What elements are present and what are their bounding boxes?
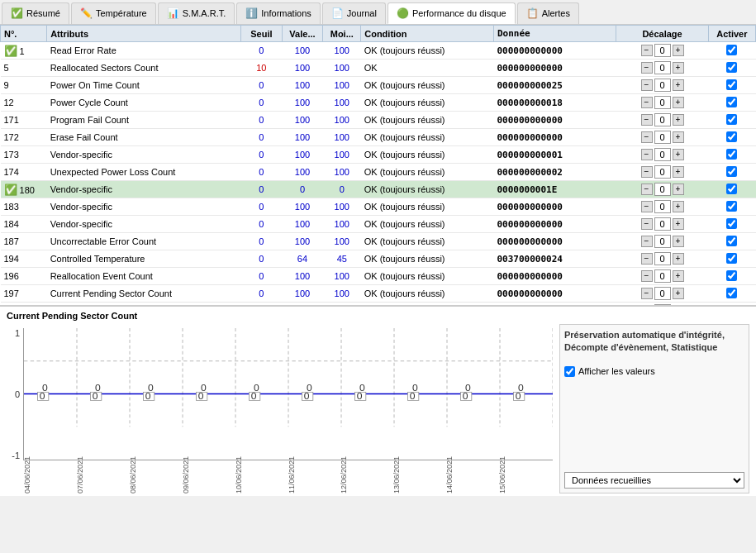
table-row: 172Erase Fail Count0100100OK (toujours r… xyxy=(1,129,756,146)
decalage-minus-btn[interactable]: − xyxy=(641,149,653,160)
y-label-mid: 0 xyxy=(15,389,20,399)
cell-moi: 100 xyxy=(323,42,361,60)
cell-condition: OK (toujours réussi) xyxy=(361,198,494,216)
decalage-control: − 0 + xyxy=(620,79,705,92)
chart-area: Current Pending Sector Count 1 0 -1 xyxy=(0,306,756,496)
tab-smart[interactable]: 📊 S.M.A.R.T. xyxy=(158,2,235,24)
cell-moi: 100 xyxy=(323,112,361,129)
decalage-minus-btn[interactable]: − xyxy=(641,97,653,108)
cell-condition: OK (toujours réussi) xyxy=(361,129,494,146)
decalage-minus-btn[interactable]: − xyxy=(641,305,653,306)
decalage-plus-btn[interactable]: + xyxy=(673,288,684,299)
tab-temperature[interactable]: ✏️ Température xyxy=(71,2,156,24)
activer-checkbox[interactable] xyxy=(726,305,737,307)
tab-resume[interactable]: ✅ Résumé xyxy=(2,2,69,24)
activer-checkbox[interactable] xyxy=(726,236,737,246)
decalage-minus-btn[interactable]: − xyxy=(641,131,653,143)
cell-seuil: 0 xyxy=(241,250,282,268)
smart-icon: 📊 xyxy=(167,7,179,19)
decalage-plus-btn[interactable]: + xyxy=(673,62,684,74)
activer-checkbox[interactable] xyxy=(726,62,737,73)
cell-decalage: − 0 + xyxy=(616,181,708,198)
activer-checkbox[interactable] xyxy=(726,218,737,229)
decalage-plus-btn[interactable]: + xyxy=(673,166,684,178)
cell-decalage: − 0 + xyxy=(616,112,708,129)
table-row: 12Power Cycle Count0100100OK (toujours r… xyxy=(1,94,756,112)
cell-decalage: − 0 + xyxy=(616,42,708,60)
cell-donnee: 000000000000 xyxy=(493,42,616,60)
decalage-minus-btn[interactable]: − xyxy=(641,62,653,74)
decalage-minus-btn[interactable]: − xyxy=(641,79,653,91)
afficher-valeurs-checkbox[interactable] xyxy=(564,366,575,377)
svg-text:0: 0 xyxy=(518,383,524,392)
svg-text:0: 0 xyxy=(359,383,365,392)
activer-checkbox[interactable] xyxy=(726,45,737,55)
decalage-plus-btn[interactable]: + xyxy=(673,79,684,91)
activer-checkbox[interactable] xyxy=(726,166,737,177)
cell-condition: OK (toujours réussi) xyxy=(361,164,494,181)
activer-checkbox[interactable] xyxy=(726,131,737,142)
tab-temperature-label: Température xyxy=(96,8,147,18)
decalage-plus-btn[interactable]: + xyxy=(673,305,684,306)
decalage-minus-btn[interactable]: − xyxy=(641,218,653,230)
decalage-plus-btn[interactable]: + xyxy=(673,201,684,212)
decalage-minus-btn[interactable]: − xyxy=(641,253,653,265)
decalage-plus-btn[interactable]: + xyxy=(673,218,684,230)
decalage-plus-btn[interactable]: + xyxy=(673,270,684,282)
chart-right-dropdown: Données recueillies Données brutes xyxy=(564,472,744,489)
cell-activer xyxy=(708,216,755,233)
activer-checkbox[interactable] xyxy=(726,253,737,264)
tab-alertes[interactable]: 📋 Alertes xyxy=(517,2,579,24)
decalage-plus-btn[interactable]: + xyxy=(673,236,684,247)
svg-text:0: 0 xyxy=(307,383,312,392)
cell-activer xyxy=(708,94,755,112)
tab-journal[interactable]: 📄 Journal xyxy=(322,2,386,24)
decalage-control: − 0 + xyxy=(620,287,705,300)
decalage-plus-btn[interactable]: + xyxy=(673,97,684,108)
decalage-minus-btn[interactable]: − xyxy=(641,288,653,299)
cell-decalage: − 0 + xyxy=(616,250,708,268)
cell-moi: 100 xyxy=(323,216,361,233)
decalage-plus-btn[interactable]: + xyxy=(673,45,684,56)
decalage-plus-btn[interactable]: + xyxy=(673,114,684,126)
decalage-minus-btn[interactable]: − xyxy=(641,114,653,126)
tab-informations[interactable]: ℹ️ Informations xyxy=(236,2,321,24)
decalage-minus-btn[interactable]: − xyxy=(641,236,653,247)
activer-checkbox[interactable] xyxy=(726,184,737,194)
decalage-minus-btn[interactable]: − xyxy=(641,184,653,195)
cell-condition: OK (toujours réussi) xyxy=(361,42,494,60)
activer-checkbox[interactable] xyxy=(726,288,737,298)
cell-no: 9 xyxy=(1,77,47,94)
decalage-minus-btn[interactable]: − xyxy=(641,166,653,178)
activer-checkbox[interactable] xyxy=(726,149,737,160)
activer-checkbox[interactable] xyxy=(726,114,737,125)
decalage-minus-btn[interactable]: − xyxy=(641,45,653,56)
decalage-plus-btn[interactable]: + xyxy=(673,149,684,160)
activer-checkbox[interactable] xyxy=(726,79,737,90)
table-header-row: N°. Attributs Seuil Vale... Moi... Condi… xyxy=(1,26,756,42)
activer-checkbox[interactable] xyxy=(726,270,737,281)
cell-attr: Read Error Rate xyxy=(47,42,241,60)
cell-donnee: 000000000000 xyxy=(493,60,616,77)
donnees-select[interactable]: Données recueillies Données brutes xyxy=(564,472,744,489)
decalage-plus-btn[interactable]: + xyxy=(673,131,684,143)
svg-text:0: 0 xyxy=(145,392,151,401)
cell-vale: 100 xyxy=(282,94,323,112)
cell-moi: 100 xyxy=(323,198,361,216)
svg-text:0: 0 xyxy=(304,392,310,401)
cell-decalage: − 0 + xyxy=(616,268,708,285)
svg-text:0: 0 xyxy=(198,392,204,401)
tab-performance[interactable]: 🟢 Performance du disque xyxy=(388,2,516,24)
svg-text:0: 0 xyxy=(410,392,416,401)
activer-checkbox[interactable] xyxy=(726,97,737,107)
cell-seuil: 0 xyxy=(241,198,282,216)
cell-condition: OK (toujours réussi) xyxy=(361,268,494,285)
activer-checkbox[interactable] xyxy=(726,201,737,212)
decalage-control: − 0 + xyxy=(620,269,705,283)
decalage-control: − 0 + xyxy=(620,304,705,306)
decalage-plus-btn[interactable]: + xyxy=(673,184,684,195)
decalage-plus-btn[interactable]: + xyxy=(673,253,684,265)
decalage-minus-btn[interactable]: − xyxy=(641,270,653,282)
cell-activer xyxy=(708,285,755,303)
decalage-minus-btn[interactable]: − xyxy=(641,201,653,212)
